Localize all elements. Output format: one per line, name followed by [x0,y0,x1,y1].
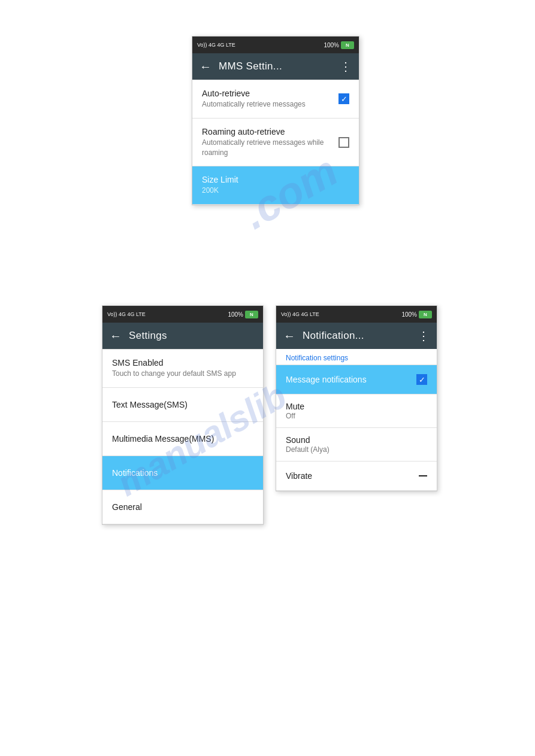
settings-list-bl: SMS Enabled Touch to change your default… [102,349,263,524]
battery-text-bl: 100% [228,311,243,318]
notifications-title: Notifications [112,468,253,478]
general-text: General [112,502,253,512]
menu-button-br[interactable]: ⋮ [418,329,430,343]
menu-button-top[interactable]: ⋮ [340,59,352,74]
auto-retrieve-text: Auto-retrieve Automatically retrieve mes… [202,89,338,110]
app-bar-top: ← MMS Settin... ⋮ [192,53,359,80]
mute-subtitle: Off [286,412,427,420]
bottom-left-screenshot: Vo)) 4G 4G LTE 100% N ← Settings SMS Ena… [102,305,264,525]
carrier-text-bl: Vo)) 4G 4G LTE [107,311,146,317]
roaming-subtitle: Automatically retrieve messages while ro… [202,138,338,158]
notifications-item[interactable]: Notifications [102,456,263,490]
size-limit-subtitle: 200K [202,186,349,196]
mute-item[interactable]: Mute Off [276,394,437,427]
vibrate-title: Vibrate [286,471,419,481]
status-left-top: Vo)) 4G 4G LTE [197,42,235,48]
carrier-text-top: Vo)) 4G 4G LTE [197,42,235,48]
auto-retrieve-title: Auto-retrieve [202,89,338,98]
app-title-top: MMS Settin... [219,60,340,72]
vibrate-text: Vibrate [286,471,419,481]
sms-enabled-text: SMS Enabled Touch to change your default… [112,358,253,379]
text-message-text: Text Message(SMS) [112,400,253,409]
roaming-checkbox[interactable] [338,137,349,148]
message-notifications-checkbox[interactable]: ✓ [416,374,427,385]
auto-retrieve-checkbox[interactable]: ✓ [338,93,349,104]
status-bar-br: Vo)) 4G 4G LTE 100% N [276,306,437,323]
back-button-br[interactable]: ← [283,329,295,343]
battery-icon-br: N [419,311,432,318]
vibrate-item[interactable]: Vibrate [276,462,437,490]
divider [192,204,359,205]
status-right-bl: 100% N [228,311,258,318]
back-button-top[interactable]: ← [200,60,211,74]
size-limit-title: Size Limit [202,175,349,184]
general-title: General [112,502,253,512]
general-item[interactable]: General [102,490,263,524]
settings-list-top: Auto-retrieve Automatically retrieve mes… [192,80,359,205]
text-message-title: Text Message(SMS) [112,400,253,409]
auto-retrieve-item[interactable]: Auto-retrieve Automatically retrieve mes… [192,80,359,118]
status-right-br: 100% N [401,311,432,318]
back-button-bl[interactable]: ← [110,329,122,343]
notifications-text: Notifications [112,468,253,478]
status-right-top: 100% N [324,41,354,49]
top-screenshot: Vo)) 4G 4G LTE 100% N ← MMS Settin... ⋮ … [192,36,359,205]
text-message-item[interactable]: Text Message(SMS) [102,388,263,421]
sound-text: Sound Default (Alya) [286,435,427,454]
status-left-br: Vo)) 4G 4G LTE [281,311,319,317]
size-limit-text: Size Limit 200K [202,175,349,196]
mute-title: Mute [286,402,427,411]
notification-section-header: Notification settings [276,349,437,365]
status-bar-bl: Vo)) 4G 4G LTE 100% N [102,306,263,323]
app-bar-br: ← Notification... ⋮ [276,323,437,349]
battery-icon-top: N [341,41,354,49]
carrier-text-br: Vo)) 4G 4G LTE [281,311,319,317]
divider [102,524,263,524]
app-title-bl: Settings [129,330,256,342]
sound-subtitle: Default (Alya) [286,445,427,454]
app-title-br: Notification... [303,330,418,342]
battery-text-top: 100% [324,42,339,48]
status-left-bl: Vo)) 4G 4G LTE [107,311,146,317]
status-bar-top: Vo)) 4G 4G LTE 100% N [192,37,359,53]
app-bar-bl: ← Settings [102,323,263,349]
roaming-item[interactable]: Roaming auto-retrieve Automatically retr… [192,119,359,166]
vibrate-value-dash [419,475,427,476]
size-limit-item[interactable]: Size Limit 200K [192,166,359,204]
sms-enabled-item[interactable]: SMS Enabled Touch to change your default… [102,350,263,387]
sound-title: Sound [286,435,427,445]
mms-item[interactable]: Multimedia Message(MMS) [102,422,263,456]
roaming-title: Roaming auto-retrieve [202,127,338,136]
message-notifications-item[interactable]: Message notifications ✓ [276,365,437,394]
roaming-text: Roaming auto-retrieve Automatically retr… [202,127,338,158]
message-notifications-text: Message notifications [286,375,416,384]
battery-text-br: 100% [401,311,417,318]
bottom-right-screenshot: Vo)) 4G 4G LTE 100% N ← Notification... … [276,305,437,491]
auto-retrieve-subtitle: Automatically retrieve messages [202,99,338,110]
sound-item[interactable]: Sound Default (Alya) [276,428,437,461]
sms-enabled-title: SMS Enabled [112,358,253,368]
mms-text: Multimedia Message(MMS) [112,434,253,444]
sms-enabled-subtitle: Touch to change your default SMS app [112,369,253,379]
battery-icon-bl: N [245,311,258,318]
mms-title: Multimedia Message(MMS) [112,434,253,444]
message-notifications-title: Message notifications [286,375,416,384]
mute-text: Mute Off [286,402,427,420]
divider [276,490,437,491]
